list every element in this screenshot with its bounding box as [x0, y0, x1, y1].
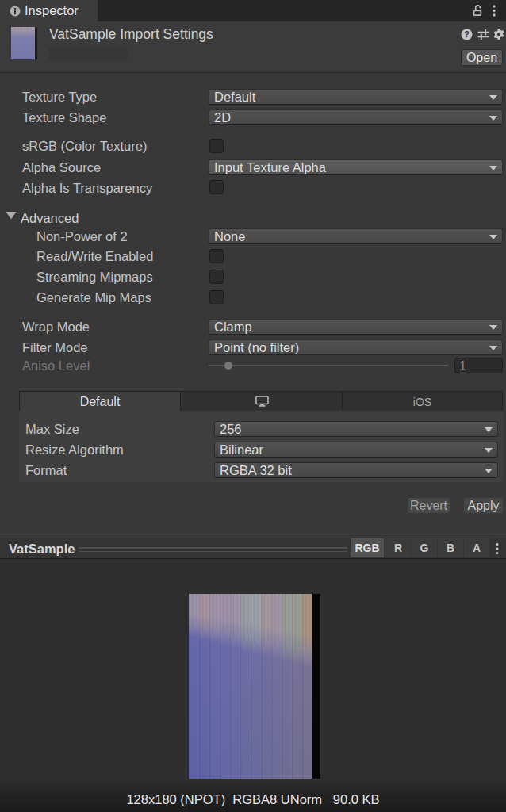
svg-text:?: ? — [464, 29, 469, 39]
